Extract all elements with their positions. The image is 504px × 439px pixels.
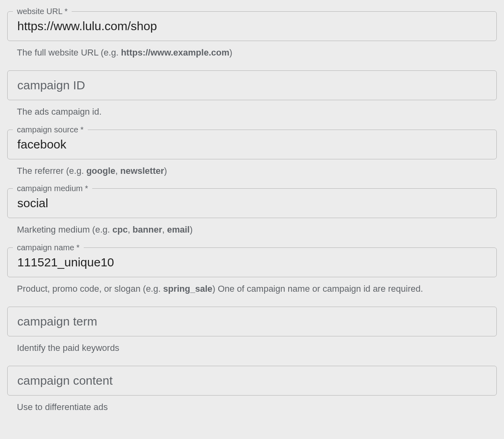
campaign-medium-field: campaign medium * Marketing medium (e.g.… bbox=[7, 188, 497, 236]
help-text: Product, promo code, or slogan (e.g. bbox=[17, 284, 163, 294]
help-text: The referrer (e.g. bbox=[17, 166, 86, 176]
website-url-input[interactable] bbox=[7, 11, 497, 41]
campaign-content-field: Use to differentiate ads bbox=[7, 366, 497, 414]
input-wrap bbox=[7, 366, 497, 396]
campaign-source-help: The referrer (e.g. google, newsletter) bbox=[7, 165, 497, 177]
campaign-medium-help: Marketing medium (e.g. cpc, banner, emai… bbox=[7, 224, 497, 236]
help-text: ) bbox=[229, 47, 232, 58]
campaign-term-input[interactable] bbox=[7, 307, 497, 336]
campaign-medium-input[interactable] bbox=[7, 188, 497, 218]
campaign-term-help: Identify the paid keywords bbox=[7, 342, 497, 354]
campaign-name-field: campaign name * Product, promo code, or … bbox=[7, 247, 497, 295]
help-bold: email bbox=[167, 225, 190, 235]
campaign-term-field: Identify the paid keywords bbox=[7, 307, 497, 354]
website-url-field: website URL * The full website URL (e.g.… bbox=[7, 11, 497, 59]
campaign-id-help: The ads campaign id. bbox=[7, 106, 497, 118]
help-bold: spring_sale bbox=[163, 284, 212, 294]
campaign-name-help: Product, promo code, or slogan (e.g. spr… bbox=[7, 283, 497, 295]
campaign-id-input[interactable] bbox=[7, 70, 497, 100]
help-bold: newsletter bbox=[120, 166, 164, 176]
help-text: ) One of campaign name or campaign id ar… bbox=[212, 284, 423, 294]
input-wrap: campaign medium * bbox=[7, 188, 497, 218]
campaign-source-input[interactable] bbox=[7, 130, 497, 159]
help-bold: google bbox=[86, 166, 115, 176]
campaign-id-field: The ads campaign id. bbox=[7, 70, 497, 118]
help-text: The full website URL (e.g. bbox=[17, 47, 121, 58]
website-url-help: The full website URL (e.g. https://www.e… bbox=[7, 47, 497, 59]
help-bold: cpc bbox=[112, 225, 128, 235]
help-bold: banner bbox=[132, 225, 162, 235]
help-text: ) bbox=[164, 166, 167, 176]
campaign-content-help: Use to differentiate ads bbox=[7, 401, 497, 414]
campaign-content-input[interactable] bbox=[7, 366, 497, 396]
help-text: ) bbox=[190, 225, 192, 235]
input-wrap bbox=[7, 307, 497, 336]
help-text: Marketing medium (e.g. bbox=[17, 225, 112, 235]
help-text: , bbox=[116, 166, 120, 176]
input-wrap: campaign source * bbox=[7, 130, 497, 159]
help-bold: https://www.example.com bbox=[121, 47, 229, 58]
help-text: , bbox=[162, 225, 167, 235]
input-wrap: website URL * bbox=[7, 11, 497, 41]
input-wrap: campaign name * bbox=[7, 247, 497, 277]
help-text: , bbox=[128, 225, 132, 235]
campaign-source-field: campaign source * The referrer (e.g. goo… bbox=[7, 130, 497, 177]
input-wrap bbox=[7, 70, 497, 100]
campaign-name-input[interactable] bbox=[7, 247, 497, 277]
